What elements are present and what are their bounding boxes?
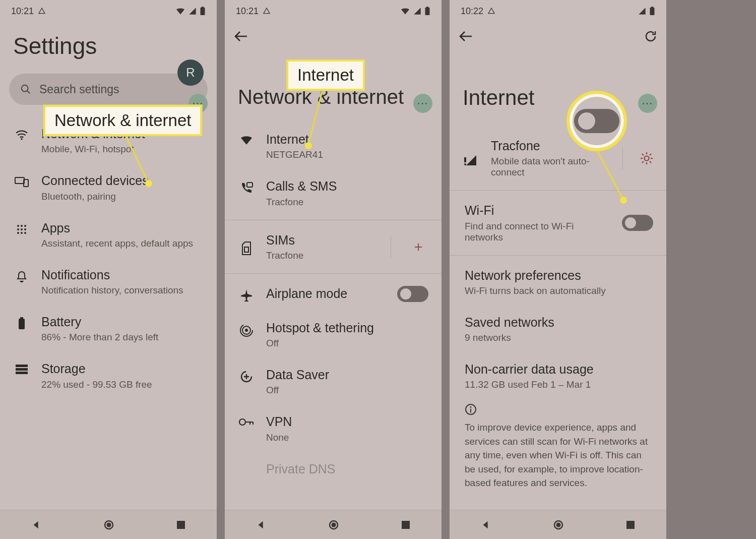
row-title: Battery xyxy=(41,314,204,330)
nav-home-icon[interactable] xyxy=(328,519,340,531)
svg-point-13 xyxy=(17,232,19,234)
svg-point-7 xyxy=(17,225,19,227)
storage-icon xyxy=(13,361,30,374)
row-title: Notifications xyxy=(41,267,204,283)
battery-icon xyxy=(13,314,30,330)
info-text: To improve device experience, apps and s… xyxy=(450,415,666,490)
row-title: Connected devices xyxy=(41,173,204,189)
wifi-icon xyxy=(175,7,185,15)
nav-bar xyxy=(225,510,442,539)
svg-rect-24 xyxy=(177,521,185,529)
nav-back-icon[interactable] xyxy=(31,519,42,530)
airplane-toggle[interactable] xyxy=(397,286,428,302)
nav-recents-icon[interactable] xyxy=(401,520,411,530)
row-vpn[interactable]: VPN None xyxy=(225,405,442,452)
callout-dot xyxy=(305,142,312,149)
callout-dot xyxy=(620,197,627,204)
svg-rect-37 xyxy=(402,521,410,529)
nav-back-icon[interactable] xyxy=(256,519,267,530)
row-storage[interactable]: Storage 22% used - 99.53 GB free xyxy=(0,352,217,399)
search-icon xyxy=(20,84,31,95)
sim-icon xyxy=(238,238,255,255)
svg-line-34 xyxy=(308,90,323,144)
row-carrier[interactable]: Tracfone Mobile data won't auto-connect xyxy=(450,129,666,187)
callout-pointer xyxy=(125,134,155,186)
row-calls-sms[interactable]: Calls & SMS Tracfone xyxy=(225,169,442,216)
nav-recents-icon[interactable] xyxy=(625,520,636,530)
status-bar: 10:22 xyxy=(450,0,666,22)
row-sub: 9 networks xyxy=(465,332,653,343)
row-wifi[interactable]: Wi-Fi Find and connect to Wi-Fi networks xyxy=(450,194,666,252)
svg-line-21 xyxy=(125,134,148,183)
back-button[interactable] xyxy=(459,30,473,42)
svg-point-9 xyxy=(24,225,26,227)
row-title: Apps xyxy=(41,220,204,236)
carrier-settings-button[interactable] xyxy=(640,152,653,165)
wifi-icon xyxy=(238,132,255,146)
row-data-saver[interactable]: Data Saver Off xyxy=(225,358,442,405)
svg-rect-39 xyxy=(651,7,653,8)
svg-point-42 xyxy=(645,156,649,160)
wifi-toggle[interactable] xyxy=(622,215,653,231)
clock: 10:21 xyxy=(11,6,34,17)
svg-point-4 xyxy=(21,138,23,140)
row-internet[interactable]: Internet NETGEAR41 xyxy=(225,123,442,169)
row-hotspot[interactable]: Hotspot & tethering Off xyxy=(225,311,442,358)
svg-point-36 xyxy=(331,522,336,527)
callout-dot xyxy=(145,180,152,187)
nav-home-icon[interactable] xyxy=(552,519,564,531)
screen-internet: 10:22 ⋯ Internet Tracfone Mobile data wo… xyxy=(450,0,666,539)
signal-icon xyxy=(638,7,646,15)
row-apps[interactable]: Apps Assistant, recent apps, default app… xyxy=(0,211,217,258)
row-battery[interactable]: Battery 86% - More than 2 days left xyxy=(0,305,217,352)
svg-point-56 xyxy=(556,522,560,527)
svg-rect-5 xyxy=(15,177,24,184)
svg-point-2 xyxy=(22,85,28,92)
row-airplane-mode[interactable]: Airplane mode xyxy=(225,277,442,311)
battery-icon xyxy=(649,7,655,16)
data-saver-icon xyxy=(238,367,255,383)
row-private-dns[interactable]: Private DNS xyxy=(225,452,442,477)
svg-point-33 xyxy=(239,419,245,425)
nav-recents-icon[interactable] xyxy=(176,520,186,530)
nav-home-icon[interactable] xyxy=(103,519,115,531)
row-sims[interactable]: SIMs Tracfone ＋ xyxy=(225,223,442,270)
svg-rect-27 xyxy=(247,183,253,187)
svg-rect-26 xyxy=(426,7,428,8)
row-data-usage[interactable]: Non-carrier data usage 11.32 GB used Feb… xyxy=(450,352,666,399)
row-sub: 86% - More than 2 days left xyxy=(41,332,204,343)
row-notifications[interactable]: Notifications Notification history, conv… xyxy=(0,258,217,305)
row-saved-networks[interactable]: Saved networks 9 networks xyxy=(450,306,666,352)
svg-line-49 xyxy=(650,154,651,155)
page-title: Settings xyxy=(0,22,217,65)
row-connected-devices[interactable]: Connected devices Bluetooth, pairing xyxy=(0,164,217,211)
row-network-preferences[interactable]: Network preferences Wi-Fi turns back on … xyxy=(450,259,666,306)
battery-icon xyxy=(424,7,430,16)
row-sub: Off xyxy=(266,338,428,349)
row-title: Wi-Fi xyxy=(465,203,611,218)
ambient-icon xyxy=(487,7,495,15)
screen-network-internet: 10:21 ⋯ Network & internet Internet NETG… xyxy=(225,0,442,539)
svg-rect-0 xyxy=(201,8,205,15)
reset-icon[interactable] xyxy=(644,30,657,43)
callout-pointer xyxy=(307,90,328,146)
back-button[interactable] xyxy=(234,30,248,42)
row-title: Private DNS xyxy=(266,461,428,477)
row-title: Calls & SMS xyxy=(266,178,428,194)
svg-line-47 xyxy=(642,154,644,155)
row-sub: Off xyxy=(266,385,428,396)
svg-rect-40 xyxy=(464,157,466,162)
row-sub: Find and connect to Wi-Fi networks xyxy=(465,221,611,243)
svg-rect-1 xyxy=(202,7,204,8)
svg-point-12 xyxy=(24,228,26,230)
add-sim-button[interactable]: ＋ xyxy=(408,236,428,257)
row-sub: Tracfone xyxy=(266,250,373,261)
row-sub: NETGEAR41 xyxy=(266,149,428,160)
wifi-icon xyxy=(400,7,410,15)
top-bar xyxy=(225,22,442,50)
svg-line-48 xyxy=(650,161,651,163)
svg-line-54 xyxy=(597,150,623,199)
row-title: VPN xyxy=(266,414,428,430)
svg-rect-16 xyxy=(19,319,25,329)
nav-back-icon[interactable] xyxy=(480,519,491,530)
